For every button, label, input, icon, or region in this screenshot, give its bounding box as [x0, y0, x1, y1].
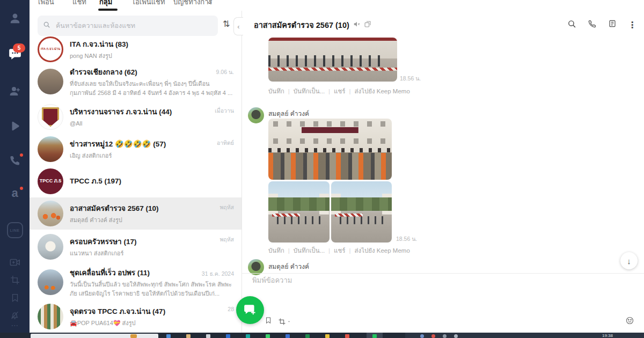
tray-icon[interactable]	[454, 334, 458, 338]
add-friend-icon[interactable]	[0, 85, 30, 98]
taskbar-tray: 19:38	[405, 333, 644, 338]
input-divider	[242, 273, 644, 274]
popout-window-icon[interactable]	[364, 20, 371, 30]
message-input[interactable]	[251, 276, 629, 285]
message-photo[interactable]	[268, 38, 397, 82]
search-row: ⇅ ‹	[30, 11, 241, 36]
sort-icon[interactable]: ⇅	[223, 19, 230, 29]
tab-friends[interactable]: เพื่อน	[38, 0, 54, 8]
group-avatar	[38, 104, 63, 130]
taskbar-app-icon[interactable]	[266, 334, 270, 338]
caret-down-icon	[287, 320, 291, 324]
taskbar-app-icon[interactable]	[305, 334, 310, 338]
group-avatar	[38, 269, 63, 295]
taskbar-app-icon[interactable]	[345, 334, 349, 338]
chat-list-panel: เพื่อน แชท กลุ่ม โอเพนแชท บัญชีทางการ ⌄ …	[30, 0, 241, 333]
panel-divider	[241, 11, 242, 333]
line-desktop-app: 5 a LINE ⋯	[0, 0, 644, 338]
list-item[interactable]: ITA ก.จว.น่าน ITA ก.จว.น่าน (83) pong NA…	[30, 36, 241, 62]
taskbar-active-app[interactable]	[367, 333, 383, 338]
list-item[interactable]: จุดตรวจ TPCC ภ.จว.น่าน (47) 🚘POP PUA614💝…	[30, 300, 241, 333]
services-icon[interactable]: a	[0, 188, 30, 199]
tab-groups[interactable]: กลุ่ม	[99, 0, 112, 8]
screenshot-crop-icon[interactable]	[0, 275, 30, 285]
new-chat-button[interactable]	[236, 296, 264, 324]
chat-search-icon[interactable]	[567, 19, 576, 31]
tab-openchat[interactable]: โอเพนแชท	[131, 0, 165, 8]
list-item[interactable]: บริหารงานจราจร ภ.จว.น่าน (44) @All เมื่อ…	[30, 101, 241, 133]
message-photo[interactable]	[331, 181, 392, 243]
taskbar: 19:38	[0, 333, 644, 338]
sender-name: สมดุลย์ คำวงค์	[268, 108, 309, 119]
keep-memo-link[interactable]: ส่งไปยัง Keep Memo	[355, 88, 410, 94]
message-photo-grid	[268, 181, 392, 243]
friends-icon[interactable]	[0, 12, 30, 25]
list-item[interactable]: ตำรวจเชียงกลาง (62) ที่จับส่งเลย ขอให้เป…	[30, 62, 241, 101]
group-avatar	[38, 201, 63, 226]
taskbar-app-icon[interactable]	[226, 334, 230, 338]
muted-speaker-icon	[353, 20, 361, 30]
group-avatar	[38, 69, 63, 94]
list-item-selected[interactable]: อาสาสมัครตำรวจ 2567 (10) สมดุลย์ คำวงค์ …	[30, 197, 241, 230]
list-item[interactable]: TPCC ภ.5 TPCC ภ.5 (197)	[30, 165, 241, 197]
tray-icon[interactable]	[443, 334, 447, 338]
chats-icon[interactable]: 5	[0, 47, 30, 61]
sender-name: สมดุลย์ คำวงค์	[268, 261, 309, 271]
group-avatar: ITA ก.จว.น่าน	[38, 36, 63, 62]
calls-icon[interactable]	[0, 155, 30, 166]
tabs-chevron-down-icon[interactable]: ⌄	[207, 0, 212, 5]
collapse-panel-button[interactable]: ‹	[233, 17, 243, 35]
tab-chats[interactable]: แชท	[72, 0, 86, 8]
taskbar-app-icon[interactable]	[286, 334, 290, 338]
keep-icon[interactable]	[265, 317, 272, 326]
scroll-to-bottom-button[interactable]: ↓	[620, 252, 638, 269]
list-item[interactable]: ชุดเคลื่อนที่เร็ว อปพร (11) วันนี้เป็นวั…	[30, 264, 241, 300]
mute-bell-icon[interactable]	[0, 310, 30, 320]
photo-actions: บันทึก|บันทึกเป็น...|แชร์|ส่งไปยัง Keep …	[268, 246, 410, 255]
save-link[interactable]: บันทึก	[268, 88, 284, 94]
menu-kebab-icon[interactable]: ⋮	[628, 20, 636, 30]
conversation-panel: อาสาสมัครตำรวจ 2567 (10)	[242, 0, 644, 333]
taskbar-app-icons	[166, 334, 349, 338]
list-item[interactable]: ข่าวสารหมู่12 🤣🤣🤣🤣 (57) เอิญ ส่งสติกเกอร…	[30, 133, 241, 165]
group-avatar	[38, 304, 63, 329]
message-photo[interactable]	[268, 119, 392, 180]
new-chat-icon	[243, 303, 257, 317]
tray-icon[interactable]	[431, 334, 435, 338]
message-photo[interactable]	[268, 181, 330, 243]
call-icon[interactable]	[588, 19, 597, 31]
sender-avatar[interactable]	[248, 107, 264, 123]
taskbar-search-icon	[130, 334, 137, 338]
voom-icon[interactable]	[0, 120, 30, 132]
capture-crop-icon[interactable]	[278, 318, 291, 326]
taskbar-app-icon[interactable]	[325, 334, 330, 338]
keep-bookmark-icon[interactable]	[0, 293, 30, 303]
taskbar-app-icon[interactable]	[166, 334, 171, 338]
taskbar-clock: 19:38	[602, 333, 613, 338]
taskbar-search-box[interactable]	[31, 334, 158, 338]
search-input[interactable]	[55, 21, 213, 30]
tray-icon[interactable]	[420, 334, 424, 338]
emoji-icon[interactable]	[625, 316, 634, 327]
top-tabs: เพื่อน แชท กลุ่ม โอเพนแชท บัญชีทางการ ⌄	[30, 0, 241, 11]
photo-actions: บันทึก|บันทึกเป็น...|แชร์|ส่งไปยัง Keep …	[268, 86, 410, 96]
save-link[interactable]: บันทึก	[268, 247, 284, 254]
group-avatar	[38, 136, 63, 162]
share-link[interactable]: แชร์	[334, 88, 345, 94]
more-options-icon[interactable]: ⋯	[0, 321, 30, 329]
group-avatar: TPCC ภ.5	[38, 168, 63, 194]
taskbar-app-icon[interactable]	[186, 334, 191, 338]
share-link[interactable]: แชร์	[334, 247, 345, 254]
unread-badge: 5	[13, 43, 25, 53]
taskbar-app-icon[interactable]	[206, 334, 210, 338]
keep-memo-link[interactable]: ส่งไปยัง Keep Memo	[355, 247, 410, 254]
save-as-link[interactable]: บันทึกเป็น...	[294, 88, 325, 94]
notes-icon[interactable]	[608, 19, 617, 30]
search-box[interactable]	[38, 16, 218, 36]
list-item[interactable]: ครอบครัวหรรษา (17) แนวหนา ส่งสติกเกอร์ พ…	[30, 230, 241, 264]
meeting-video-icon[interactable]	[0, 256, 30, 268]
save-as-link[interactable]: บันทึกเป็น...	[294, 247, 325, 254]
taskbar-app-icon[interactable]	[246, 334, 250, 338]
nav-rail: 5 a LINE ⋯	[0, 0, 30, 333]
services-notification-dot	[20, 187, 23, 190]
